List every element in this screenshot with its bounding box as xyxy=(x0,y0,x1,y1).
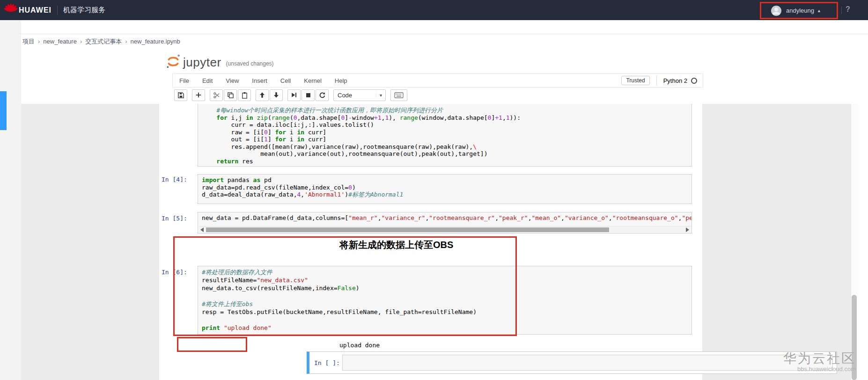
cell-type-dropdown[interactable]: Code ▾ xyxy=(333,89,386,101)
kernel-name: Python 2 xyxy=(663,77,687,84)
checkpoint-status: (unsaved changes) xyxy=(226,60,274,67)
copy-icon xyxy=(227,92,234,99)
watermark: 华为云社区 bbs.huaweicloud.com xyxy=(783,351,856,373)
arrow-down-icon xyxy=(273,92,280,98)
breadcrumb-item-project[interactable]: 项目 xyxy=(22,38,35,45)
cell-type-value: Code xyxy=(338,92,352,99)
user-menu[interactable]: andyleung ▲ xyxy=(760,2,838,19)
arrow-up-icon xyxy=(259,92,265,98)
scroll-left-icon[interactable] xyxy=(200,227,204,232)
code-cell-selected-empty[interactable]: In [ ]: xyxy=(307,351,837,374)
code-line: out = [i[1] for i in curr] xyxy=(202,136,688,143)
plus-icon xyxy=(195,92,202,98)
input-prompt: In [4]: xyxy=(162,176,187,183)
code-line xyxy=(202,292,688,300)
menu-edit[interactable]: Edit xyxy=(196,77,219,84)
code-line: new_data.to_csv(resultFileName,index=Fal… xyxy=(202,284,688,292)
watermark-title: 华为云社区 xyxy=(783,351,856,365)
paste-icon xyxy=(241,92,248,99)
code-line: #每window个时间点采集的样本进行一次统计函数应用，即将原始时间序列进行分片 xyxy=(202,107,688,114)
avatar-icon xyxy=(771,5,782,16)
code-cell-input-6[interactable]: #将处理后的数据存入文件 resultFileName="new_data.cs… xyxy=(198,266,692,335)
horizontal-scrollbar[interactable] xyxy=(199,226,691,233)
code-line: import pandas as pd xyxy=(202,176,688,184)
left-gutter xyxy=(0,20,21,380)
refresh-icon xyxy=(319,92,326,99)
notebook-menubar: File Edit View Insert Cell Kernel Help T… xyxy=(172,73,703,88)
breadcrumb-item-new-feature[interactable]: new_feature xyxy=(43,38,77,45)
markdown-heading-cell[interactable]: 将新生成的数据上传至OBS xyxy=(339,239,453,251)
code-line: #将处理后的数据存入文件 xyxy=(202,268,688,276)
input-prompt: In [5]: xyxy=(162,215,187,222)
scroll-right-icon[interactable] xyxy=(686,227,689,232)
breadcrumb-item-current-file: new_feature.ipynb xyxy=(131,38,180,45)
restart-kernel-button[interactable] xyxy=(316,89,329,101)
username: andyleung xyxy=(786,7,814,14)
breadcrumb-separator: › xyxy=(38,38,40,45)
jupyter-logo-icon xyxy=(165,53,181,69)
cell-output-text: upload done xyxy=(339,342,380,349)
header-divider xyxy=(57,6,58,15)
code-line: raw_data=pd.read_csv(fileName,index_col=… xyxy=(202,184,688,191)
code-line xyxy=(202,316,688,324)
sidebar-handle[interactable] xyxy=(0,91,7,130)
cut-cell-button[interactable] xyxy=(210,89,223,101)
code-cell-input-5[interactable]: new_data = pd.DataFrame(d_data,columns=[… xyxy=(198,212,692,234)
menu-help[interactable]: Help xyxy=(328,77,354,84)
divider xyxy=(19,34,868,34)
move-cell-up-button[interactable] xyxy=(256,89,269,101)
code-line: for i,j in zip(range(0,data.shape[0]-win… xyxy=(202,114,688,122)
screen: HUAWEI 机器学习服务 andyleung ▲ ? 项目›new_featu… xyxy=(0,0,868,380)
jupyter-logo-text: jupyter xyxy=(183,55,221,69)
code-line: raw = [i[0] for i in curr] xyxy=(202,129,688,136)
code-line: #将文件上传至obs xyxy=(202,300,688,308)
breadcrumb-separator: › xyxy=(125,38,127,45)
command-palette-button[interactable] xyxy=(390,89,407,101)
code-line: new_data = pd.DataFrame(d_data,columns=[… xyxy=(202,214,688,222)
breadcrumb: 项目›new_feature›交互式记事本›new_feature.ipynb xyxy=(22,37,180,46)
move-cell-down-button[interactable] xyxy=(270,89,283,101)
watermark-url: bbs.huaweicloud.com xyxy=(783,365,856,373)
save-button[interactable] xyxy=(174,89,187,101)
breadcrumb-item-notebooks[interactable]: 交互式记事本 xyxy=(85,38,122,45)
input-prompt: In [6]: xyxy=(162,269,187,276)
save-icon xyxy=(177,92,184,99)
breadcrumb-separator: › xyxy=(80,38,82,45)
stop-icon xyxy=(305,92,311,98)
input-prompt: In [ ]: xyxy=(314,359,340,366)
chevron-down-icon: ▾ xyxy=(376,93,385,98)
run-icon xyxy=(291,92,297,98)
menu-cell[interactable]: Cell xyxy=(274,77,297,84)
code-line: print "upload done" xyxy=(202,324,688,332)
huawei-logo-icon xyxy=(4,3,18,17)
menu-kernel[interactable]: Kernel xyxy=(297,77,328,84)
kernel-idle-icon xyxy=(691,78,697,84)
copy-cell-button[interactable] xyxy=(224,89,237,101)
trusted-button[interactable]: Trusted xyxy=(621,76,649,85)
code-line: resultFileName="new_data.csv" xyxy=(202,276,688,284)
add-cell-button[interactable] xyxy=(192,89,205,101)
help-icon[interactable]: ? xyxy=(846,5,850,14)
scrollbar-thumb[interactable] xyxy=(206,227,609,232)
run-cell-button[interactable] xyxy=(287,89,301,101)
code-line: resp = TestObs.putFile(bucketName,result… xyxy=(202,308,688,316)
caret-up-icon: ▲ xyxy=(817,8,821,13)
menu-file[interactable]: File xyxy=(173,77,196,84)
code-cell-input-4[interactable]: import pandas as pd raw_data=pd.read_csv… xyxy=(198,174,692,204)
code-line: res.append([mean(raw),variance(raw),root… xyxy=(202,143,688,151)
code-line: mean(out),variance(out),rootmeansquare(o… xyxy=(202,150,688,158)
code-line: return res xyxy=(202,158,688,165)
brand-name: HUAWEI xyxy=(19,6,51,15)
notebook-container: #每window个时间点采集的样本进行一次统计函数应用，即将原始时间序列进行分片… xyxy=(159,104,702,380)
jupyter-logo[interactable]: jupyter (unsaved changes) xyxy=(165,52,274,69)
paste-cell-button[interactable] xyxy=(238,89,251,101)
scissors-icon xyxy=(213,92,220,99)
code-line: d_data=deal_data(raw_data,4,'Abnormal1')… xyxy=(202,191,688,198)
interrupt-kernel-button[interactable] xyxy=(302,89,315,101)
code-cell-input-partial[interactable]: #每window个时间点采集的样本进行一次统计函数应用，即将原始时间序列进行分片… xyxy=(198,104,692,167)
divider xyxy=(656,76,657,85)
menu-insert[interactable]: Insert xyxy=(245,77,274,84)
code-cell-input-empty[interactable] xyxy=(342,355,833,371)
notebook-toolbar: Code ▾ xyxy=(174,89,408,101)
menu-view[interactable]: View xyxy=(219,77,245,84)
